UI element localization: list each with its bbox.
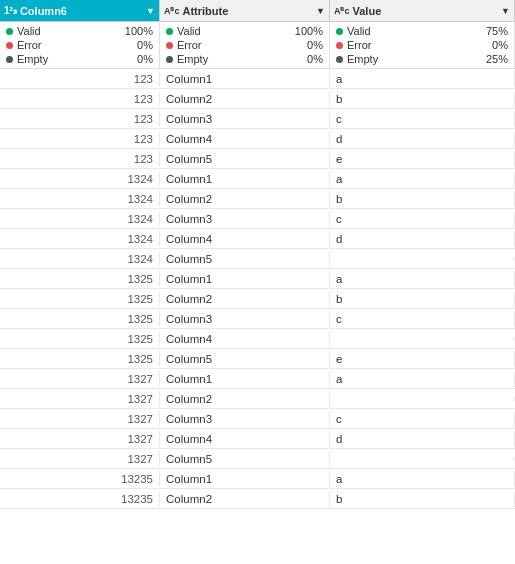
cell-col2: Column3 [160,411,330,427]
table-row[interactable]: 123Column4d [0,129,515,149]
valid-dot [6,28,13,35]
table-row[interactable]: 1327Column5 [0,449,515,469]
cell-col3: a [330,471,515,487]
col3-error-stat: Error 0% [336,39,508,51]
empty-dot [166,56,173,63]
cell-col2: Column3 [160,211,330,227]
column6-header[interactable]: 1²₃ Column6 ▼ [0,0,160,21]
table-row[interactable]: 1325Column5e [0,349,515,369]
cell-col1: 123 [0,71,160,87]
cell-col1: 1325 [0,271,160,287]
table-row[interactable]: 1324Column1a [0,169,515,189]
table-row[interactable]: 1327Column2 [0,389,515,409]
cell-col1: 1327 [0,451,160,467]
col2-stats: Valid 100% Error 0% Empty 0% [160,22,330,68]
cell-col2: Column4 [160,431,330,447]
cell-col3 [330,457,515,461]
table-row[interactable]: 1325Column4 [0,329,515,349]
col2-empty-stat: Empty 0% [166,53,323,65]
col2-valid-stat: Valid 100% [166,25,323,37]
col1-empty-label: Empty [17,53,125,65]
col2-type-icon: Aᴮc [164,6,180,16]
col1-valid-label: Valid [17,25,113,37]
table-row[interactable]: 13235Column1a [0,469,515,489]
data-table: 1²₃ Column6 ▼ Aᴮc Attribute ▼ Aᴮc Value … [0,0,515,564]
table-row[interactable]: 13235Column2b [0,489,515,509]
table-row[interactable]: 1325Column3c [0,309,515,329]
col1-error-stat: Error 0% [6,39,153,51]
table-row[interactable]: 1325Column2b [0,289,515,309]
cell-col2: Column5 [160,351,330,367]
col3-error-value: 0% [484,39,508,51]
col3-empty-value: 25% [478,53,508,65]
cell-col3: d [330,231,515,247]
cell-col3: e [330,151,515,167]
table-row[interactable]: 1324Column3c [0,209,515,229]
col3-label: Value [353,5,382,17]
cell-col1: 13235 [0,471,160,487]
cell-col3: b [330,91,515,107]
cell-col3: a [330,371,515,387]
data-area[interactable]: 123Column1a123Column2b123Column3c123Colu… [0,69,515,564]
cell-col1: 1327 [0,391,160,407]
cell-col2: Column1 [160,471,330,487]
cell-col2: Column3 [160,111,330,127]
cell-col2: Column5 [160,451,330,467]
cell-col3: a [330,271,515,287]
empty-dot [6,56,13,63]
cell-col3: c [330,111,515,127]
col1-empty-stat: Empty 0% [6,53,153,65]
cell-col3: b [330,291,515,307]
attribute-header[interactable]: Aᴮc Attribute ▼ [160,0,330,21]
col3-valid-stat: Valid 75% [336,25,508,37]
valid-dot [336,28,343,35]
cell-col2: Column2 [160,491,330,507]
cell-col1: 1325 [0,331,160,347]
col1-empty-value: 0% [129,53,153,65]
cell-col2: Column2 [160,191,330,207]
table-row[interactable]: 123Column5e [0,149,515,169]
col3-valid-label: Valid [347,25,474,37]
value-header[interactable]: Aᴮc Value ▼ [330,0,515,21]
cell-col1: 13235 [0,491,160,507]
error-dot [166,42,173,49]
col1-type-icon: 1²₃ [4,5,17,16]
col2-valid-value: 100% [287,25,323,37]
table-row[interactable]: 1324Column2b [0,189,515,209]
table-row[interactable]: 123Column2b [0,89,515,109]
col3-dropdown-icon[interactable]: ▼ [501,6,510,16]
cell-col2: Column5 [160,251,330,267]
col1-valid-stat: Valid 100% [6,25,153,37]
cell-col3 [330,397,515,401]
table-row[interactable]: 1327Column4d [0,429,515,449]
cell-col1: 1325 [0,311,160,327]
cell-col1: 123 [0,91,160,107]
error-dot [336,42,343,49]
table-row[interactable]: 123Column1a [0,69,515,89]
cell-col3: d [330,431,515,447]
cell-col1: 123 [0,111,160,127]
col2-dropdown-icon[interactable]: ▼ [316,6,325,16]
cell-col1: 1324 [0,171,160,187]
cell-col2: Column4 [160,231,330,247]
col1-dropdown-icon[interactable]: ▼ [146,6,155,16]
cell-col3: b [330,491,515,507]
cell-col2: Column1 [160,271,330,287]
col1-error-value: 0% [129,39,153,51]
cell-col3 [330,257,515,261]
cell-col2: Column4 [160,131,330,147]
table-row[interactable]: 1327Column1a [0,369,515,389]
table-row[interactable]: 123Column3c [0,109,515,129]
cell-col1: 123 [0,151,160,167]
cell-col1: 123 [0,131,160,147]
header-row: 1²₃ Column6 ▼ Aᴮc Attribute ▼ Aᴮc Value … [0,0,515,22]
col1-label: Column6 [20,5,67,17]
table-row[interactable]: 1324Column5 [0,249,515,269]
col2-label: Attribute [183,5,229,17]
table-row[interactable]: 1324Column4d [0,229,515,249]
cell-col2: Column4 [160,331,330,347]
cell-col2: Column3 [160,311,330,327]
cell-col2: Column2 [160,391,330,407]
table-row[interactable]: 1325Column1a [0,269,515,289]
table-row[interactable]: 1327Column3c [0,409,515,429]
